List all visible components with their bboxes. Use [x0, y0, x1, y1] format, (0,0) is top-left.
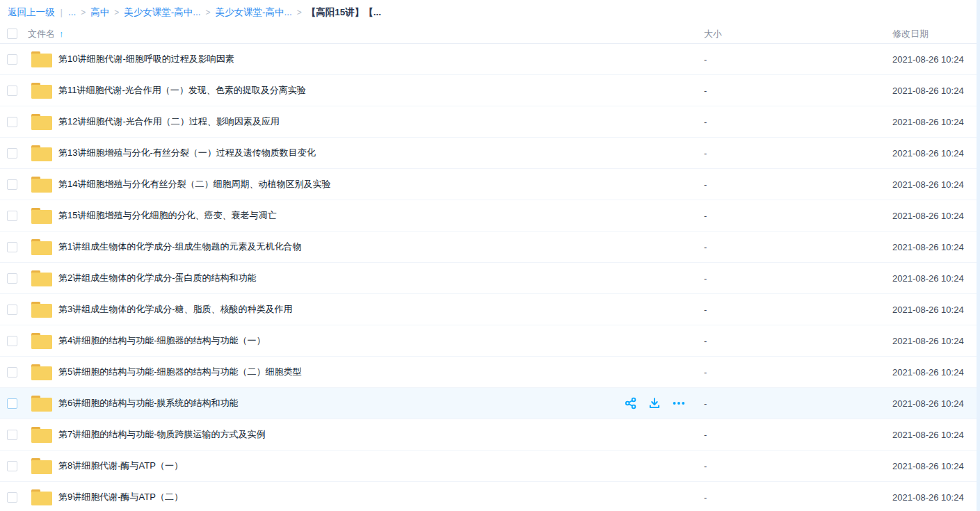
row-checkbox[interactable] — [7, 273, 17, 284]
table-row[interactable]: 第13讲细胞增殖与分化-有丝分裂（一）过程及遗传物质数目变化 — [0, 138, 980, 169]
row-checkbox[interactable] — [7, 367, 17, 378]
file-size: - — [701, 336, 889, 346]
breadcrumb-chevron: > — [297, 8, 302, 17]
folder-icon — [31, 332, 52, 350]
table-row[interactable]: 第15讲细胞增殖与分化细胞的分化、癌变、衰老与凋亡 — [0, 200, 980, 232]
folder-icon — [31, 176, 52, 193]
more-icon[interactable] — [672, 397, 686, 409]
table-row[interactable]: 第10讲细胞代谢-细胞呼吸的过程及影响因素 — [0, 44, 980, 75]
sort-ascending-icon[interactable]: ↑ — [59, 29, 64, 39]
row-checkbox[interactable] — [7, 148, 17, 159]
row-checkbox[interactable] — [7, 54, 17, 65]
row-checkbox[interactable] — [7, 305, 17, 315]
scrollbar-track[interactable] — [977, 0, 980, 511]
row-checkbox[interactable] — [7, 86, 17, 96]
breadcrumb-item-ellipsis[interactable]: ... — [68, 7, 76, 17]
file-date: 2021-08-26 10:24 — [889, 148, 980, 159]
table-row[interactable]: 第7讲细胞的结构与功能-物质跨膜运输的方式及实例 — [0, 419, 980, 451]
folder-icon — [31, 489, 52, 506]
row-checkbox[interactable] — [7, 461, 17, 471]
folder-icon — [31, 301, 52, 318]
breadcrumb-item-ketang-1[interactable]: 美少女课堂-高中... — [124, 6, 200, 19]
file-date: 2021-08-26 10:24 — [889, 461, 980, 471]
file-size: - — [701, 430, 889, 440]
breadcrumb-pipe-separator: | — [61, 7, 63, 17]
table-row[interactable]: 第3讲组成生物体的化学成分-糖、脂质、核酸的种类及作用 — [0, 294, 980, 325]
file-name-link[interactable]: 第8讲细胞代谢-酶与ATP（一） — [58, 460, 183, 472]
file-name-link[interactable]: 第14讲细胞增殖与分化有丝分裂（二）细胞周期、动植物区别及实验 — [58, 178, 330, 190]
file-date: 2021-08-26 10:24 — [889, 273, 980, 284]
row-checkbox[interactable] — [7, 211, 17, 221]
file-date: 2021-08-26 10:24 — [889, 86, 980, 96]
file-name-link[interactable]: 第11讲细胞代谢-光合作用（一）发现、色素的提取及分离实验 — [58, 84, 306, 97]
file-name-link[interactable]: 第13讲细胞增殖与分化-有丝分裂（一）过程及遗传物质数目变化 — [58, 147, 316, 159]
file-size: - — [701, 398, 889, 409]
row-checkbox[interactable] — [7, 430, 17, 440]
file-date: 2021-08-26 10:24 — [889, 367, 980, 378]
file-date: 2021-08-26 10:24 — [889, 242, 980, 252]
file-name-link[interactable]: 第5讲细胞的结构与功能-细胞器的结构与功能（二）细胞类型 — [58, 366, 302, 378]
breadcrumb-chevron: > — [206, 8, 211, 17]
file-size: - — [701, 179, 889, 190]
row-checkbox[interactable] — [7, 492, 17, 503]
folder-icon — [31, 113, 52, 131]
folder-icon — [31, 364, 52, 381]
table-row[interactable]: 第4讲细胞的结构与功能-细胞器的结构与功能（一） — [0, 325, 980, 357]
breadcrumb-back-link[interactable]: 返回上一级 — [8, 6, 55, 19]
folder-icon — [31, 395, 52, 412]
table-row[interactable]: 第11讲细胞代谢-光合作用（一）发现、色素的提取及分离实验 — [0, 75, 980, 106]
folder-icon — [31, 82, 52, 99]
row-actions — [625, 397, 686, 409]
folder-icon — [31, 51, 52, 68]
breadcrumb-item-gaozhong[interactable]: 高中 — [90, 6, 109, 19]
file-name-link[interactable]: 第6讲细胞的结构与功能-膜系统的结构和功能 — [58, 397, 239, 409]
file-date: 2021-08-26 10:24 — [889, 492, 980, 503]
file-name-link[interactable]: 第9讲细胞代谢-酶与ATP（二） — [58, 491, 183, 503]
folder-icon — [31, 207, 52, 225]
row-checkbox[interactable] — [7, 398, 17, 409]
table-row[interactable]: 第8讲细胞代谢-酶与ATP（一） — [0, 451, 980, 482]
folder-icon — [31, 270, 52, 287]
file-name-link[interactable]: 第12讲细胞代谢-光合作用（二）过程、影响因素及应用 — [58, 115, 280, 128]
file-date: 2021-08-26 10:24 — [889, 117, 980, 127]
file-size: - — [701, 305, 889, 315]
file-date: 2021-08-26 10:24 — [889, 179, 980, 190]
file-size: - — [701, 492, 889, 503]
table-row[interactable]: 第6讲细胞的结构与功能-膜系统的结构和功能 — [0, 388, 980, 419]
file-size: - — [701, 148, 889, 159]
row-checkbox[interactable] — [7, 242, 17, 252]
file-size: - — [701, 117, 889, 127]
table-row[interactable]: 第9讲细胞代谢-酶与ATP（二） — [0, 482, 980, 511]
file-size: - — [701, 242, 889, 252]
file-size: - — [701, 461, 889, 471]
file-name-link[interactable]: 第4讲细胞的结构与功能-细胞器的结构与功能（一） — [58, 334, 266, 347]
file-date: 2021-08-26 10:24 — [889, 211, 980, 221]
file-name-link[interactable]: 第10讲细胞代谢-细胞呼吸的过程及影响因素 — [58, 53, 234, 65]
share-icon[interactable] — [625, 397, 637, 409]
row-checkbox[interactable] — [7, 117, 17, 127]
breadcrumb-current-folder: 【高阳15讲】【... — [307, 6, 381, 19]
column-header-filename[interactable]: 文件名 — [28, 28, 55, 40]
table-header: 文件名 ↑ 大小 修改日期 — [0, 24, 980, 44]
breadcrumb-item-ketang-2[interactable]: 美少女课堂-高中... — [216, 6, 292, 19]
table-row[interactable]: 第5讲细胞的结构与功能-细胞器的结构与功能（二）细胞类型 — [0, 357, 980, 388]
folder-icon — [31, 457, 52, 475]
file-name-link[interactable]: 第7讲细胞的结构与功能-物质跨膜运输的方式及实例 — [58, 428, 266, 441]
file-name-link[interactable]: 第3讲组成生物体的化学成分-糖、脂质、核酸的种类及作用 — [58, 303, 293, 316]
breadcrumb: 返回上一级 | ... > 高中 > 美少女课堂-高中... > 美少女课堂-高… — [0, 0, 980, 24]
row-checkbox[interactable] — [7, 336, 17, 346]
file-date: 2021-08-26 10:24 — [889, 305, 980, 315]
file-size: - — [701, 54, 889, 65]
file-name-link[interactable]: 第15讲细胞增殖与分化细胞的分化、癌变、衰老与凋亡 — [58, 209, 276, 222]
folder-icon — [31, 238, 52, 256]
row-checkbox[interactable] — [7, 179, 17, 190]
download-icon[interactable] — [648, 397, 661, 409]
file-date: 2021-08-26 10:24 — [889, 398, 980, 409]
table-row[interactable]: 第2讲组成生物体的化学成分-蛋白质的结构和功能 — [0, 263, 980, 294]
select-all-checkbox[interactable] — [7, 29, 17, 39]
table-row[interactable]: 第14讲细胞增殖与分化有丝分裂（二）细胞周期、动植物区别及实验 — [0, 169, 980, 200]
file-name-link[interactable]: 第1讲组成生物体的化学成分-组成生物题的元素及无机化合物 — [58, 241, 302, 253]
table-row[interactable]: 第1讲组成生物体的化学成分-组成生物题的元素及无机化合物 — [0, 232, 980, 263]
file-name-link[interactable]: 第2讲组成生物体的化学成分-蛋白质的结构和功能 — [58, 272, 257, 284]
table-row[interactable]: 第12讲细胞代谢-光合作用（二）过程、影响因素及应用 — [0, 106, 980, 138]
